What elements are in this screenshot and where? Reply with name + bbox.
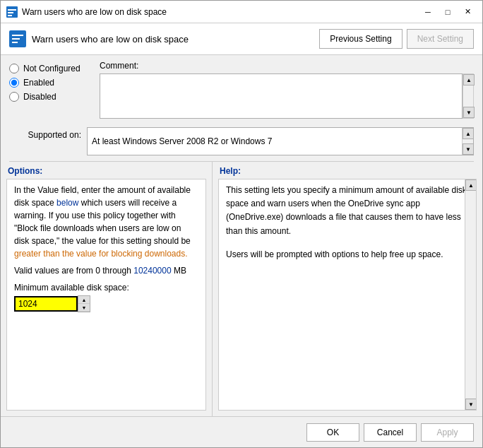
- options-panel: Options: In the Value field, enter the a…: [1, 162, 213, 416]
- enabled-radio[interactable]: [9, 78, 19, 88]
- help-text-para2: Users will be prompted with options to h…: [226, 248, 469, 261]
- help-scrollbar: ▲ ▼: [465, 179, 476, 410]
- header-left: Warn users who are low on disk space: [9, 30, 189, 47]
- disabled-option[interactable]: Disabled: [9, 92, 94, 102]
- radio-group: Not Configured Enabled Disabled: [9, 61, 94, 119]
- comment-section: Comment: ▲ ▼: [100, 61, 474, 119]
- supported-scroll-up[interactable]: ▲: [463, 128, 474, 139]
- help-text-para1: This setting lets you specify a minimum …: [226, 184, 469, 238]
- supported-scrollbar: ▲ ▼: [462, 128, 473, 155]
- scroll-down-arrow[interactable]: ▼: [463, 107, 475, 118]
- spinner-up-button[interactable]: ▲: [78, 296, 90, 304]
- options-title: Options:: [1, 162, 212, 179]
- comment-scrollbar: ▲ ▼: [463, 73, 474, 119]
- header-buttons: Previous Setting Next Setting: [319, 29, 474, 49]
- comment-label: Comment:: [100, 61, 474, 71]
- help-scroll-track: [465, 191, 476, 399]
- next-setting-button[interactable]: Next Setting: [407, 29, 474, 49]
- minimize-button[interactable]: ─: [419, 4, 437, 20]
- not-configured-label: Not Configured: [23, 64, 80, 73]
- options-description: In the Value field, enter the amount of …: [14, 184, 198, 260]
- close-button[interactable]: ✕: [458, 4, 477, 20]
- svg-rect-2: [8, 12, 13, 13]
- enabled-option[interactable]: Enabled: [9, 78, 94, 88]
- footer: OK Cancel Apply: [1, 416, 482, 447]
- apply-button[interactable]: Apply: [421, 423, 474, 442]
- header-bar: Warn users who are low on disk space Pre…: [1, 23, 482, 55]
- supported-label: Supported on:: [9, 127, 87, 140]
- maximize-button[interactable]: □: [439, 4, 457, 20]
- title-controls: ─ □ ✕: [419, 4, 477, 20]
- help-title: Help:: [213, 162, 482, 179]
- top-section: Not Configured Enabled Disabled Comment:…: [1, 55, 482, 124]
- ok-button[interactable]: OK: [306, 423, 359, 442]
- below-highlight: below: [56, 198, 78, 208]
- main-window: Warn users who are low on disk space ─ □…: [0, 0, 483, 448]
- enabled-label: Enabled: [23, 78, 54, 88]
- spinner-down-button[interactable]: ▼: [78, 304, 90, 312]
- disk-space-input[interactable]: [14, 296, 78, 312]
- disabled-radio[interactable]: [9, 92, 19, 102]
- supported-section: Supported on: At least Windows Server 20…: [1, 124, 482, 161]
- window-title: Warn users who are low on disk space: [22, 7, 419, 17]
- spinner-buttons: ▲ ▼: [78, 295, 90, 312]
- header-title: Warn users who are low on disk space: [32, 34, 189, 45]
- svg-rect-3: [8, 15, 12, 16]
- window-icon: [6, 6, 18, 18]
- content-area: Not Configured Enabled Disabled Comment:…: [1, 55, 482, 416]
- disabled-label: Disabled: [23, 92, 56, 102]
- min-label: Minimum available disk space:: [14, 283, 198, 293]
- supported-scroll-down[interactable]: ▼: [463, 143, 474, 155]
- help-panel: Help: This setting lets you specify a mi…: [213, 162, 482, 416]
- help-scroll-up[interactable]: ▲: [465, 179, 477, 191]
- title-bar: Warn users who are low on disk space ─ □…: [1, 1, 482, 23]
- help-content: This setting lets you specify a minimum …: [218, 179, 477, 411]
- comment-textarea[interactable]: [100, 73, 463, 119]
- valid-range-highlight: 10240000: [133, 266, 171, 276]
- cancel-button[interactable]: Cancel: [364, 423, 417, 442]
- previous-setting-button[interactable]: Previous Setting: [319, 29, 402, 49]
- svg-rect-7: [12, 42, 18, 43]
- svg-rect-6: [12, 38, 20, 40]
- scroll-track: [463, 86, 473, 107]
- svg-rect-1: [8, 9, 16, 11]
- svg-rect-5: [12, 35, 23, 36]
- greater-highlight: greater than the value for blocking down…: [14, 249, 188, 259]
- help-scroll-down[interactable]: ▼: [465, 399, 477, 410]
- options-content: In the Value field, enter the amount of …: [6, 179, 206, 411]
- bottom-section: Options: In the Value field, enter the a…: [1, 162, 482, 416]
- spinner-container: ▲ ▼: [14, 295, 198, 312]
- supported-value-container: At least Windows Server 2008 R2 or Windo…: [87, 127, 474, 155]
- not-configured-radio[interactable]: [9, 64, 19, 73]
- valid-values: Valid values are from 0 through 10240000…: [14, 266, 198, 276]
- policy-icon: [9, 30, 26, 47]
- scroll-up-arrow[interactable]: ▲: [463, 74, 475, 86]
- supported-value: At least Windows Server 2008 R2 or Windo…: [92, 136, 272, 146]
- not-configured-option[interactable]: Not Configured: [9, 64, 94, 73]
